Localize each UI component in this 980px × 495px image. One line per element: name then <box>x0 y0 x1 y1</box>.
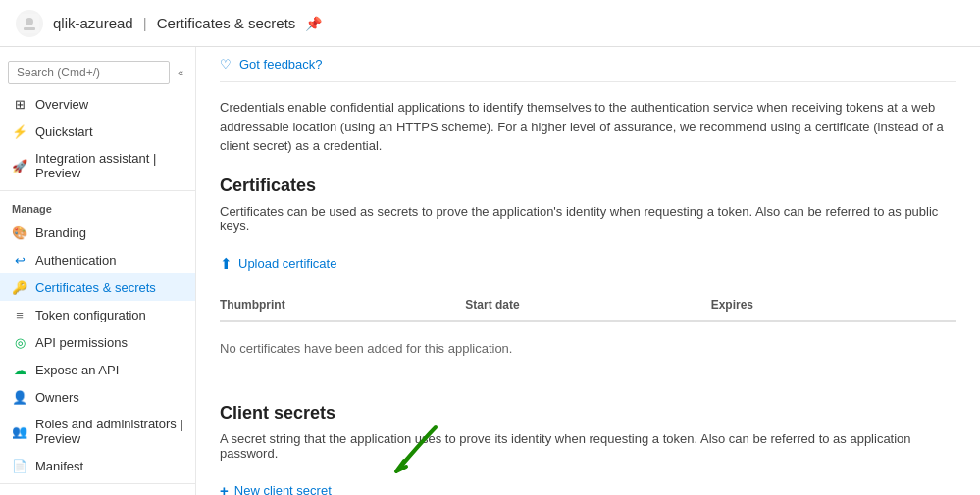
auth-icon: ↩ <box>12 252 27 268</box>
client-secrets-title: Client secrets <box>220 403 956 423</box>
manifest-icon: 📄 <box>12 458 27 473</box>
sidebar-item-api-permissions[interactable]: ◎ API permissions <box>0 328 195 356</box>
upload-icon: ⬆ <box>220 255 232 272</box>
grid-icon: ⊞ <box>12 96 27 112</box>
expose-icon: ☁ <box>12 362 27 377</box>
manage-divider <box>0 190 195 191</box>
sidebar-item-overview[interactable]: ⊞ Overview <box>0 90 195 118</box>
branding-icon: 🎨 <box>12 224 27 240</box>
sidebar-item-expose-api[interactable]: ☁ Expose an API <box>0 356 195 383</box>
client-secrets-desc: A secret string that the application use… <box>220 431 956 461</box>
certificates-table-header: Thumbprint Start date Expires <box>220 290 956 322</box>
plus-icon: + <box>220 482 229 496</box>
svg-rect-2 <box>24 27 35 30</box>
upload-certificate-button[interactable]: ⬆ Upload certificate <box>220 249 336 278</box>
main-description: Credentials enable confidential applicat… <box>220 98 956 156</box>
col-expires: Expires <box>711 298 956 312</box>
certificates-section: Certificates Certificates can be used as… <box>220 175 956 371</box>
quickstart-icon: ⚡ <box>12 124 27 139</box>
sidebar-item-token-config[interactable]: ≡ Token configuration <box>0 301 195 328</box>
svg-point-1 <box>26 18 33 25</box>
col-thumbprint: Thumbprint <box>220 298 465 312</box>
sidebar: « ⊞ Overview ⚡ Quickstart 🚀 Integration … <box>0 47 196 495</box>
app-logo <box>16 10 43 37</box>
header-app-name: qlik-azuread | Certificates & secrets <box>53 15 295 31</box>
search-input[interactable] <box>8 61 170 84</box>
feedback-heart-icon: ♡ <box>220 57 232 72</box>
main-content: ♡ Got feedback? Credentials enable confi… <box>196 47 980 495</box>
support-section-label: Support + Troubleshooting <box>0 488 195 495</box>
col-start-date: Start date <box>465 298 710 312</box>
sidebar-item-manifest[interactable]: 📄 Manifest <box>0 452 195 479</box>
feedback-text[interactable]: Got feedback? <box>239 57 323 72</box>
collapse-btn[interactable]: « <box>174 65 187 80</box>
rocket-icon: 🚀 <box>12 158 27 173</box>
client-secrets-section: Client secrets A secret string that the … <box>220 403 956 496</box>
api-icon: ◎ <box>12 334 27 350</box>
sidebar-item-roles[interactable]: 👥 Roles and administrators | Preview <box>0 411 195 452</box>
main-layout: « ⊞ Overview ⚡ Quickstart 🚀 Integration … <box>0 47 980 495</box>
search-row: « <box>0 55 195 90</box>
feedback-bar: ♡ Got feedback? <box>220 47 956 82</box>
header: qlik-azuread | Certificates & secrets 📌 <box>0 0 980 47</box>
support-divider <box>0 483 195 484</box>
key-icon: 🔑 <box>12 279 27 295</box>
pin-icon[interactable]: 📌 <box>305 16 322 31</box>
certificates-title: Certificates <box>220 175 956 196</box>
sidebar-item-certificates[interactable]: 🔑 Certificates & secrets <box>0 273 195 301</box>
manage-section-label: Manage <box>0 195 195 219</box>
certificates-desc: Certificates can be used as secrets to p… <box>220 204 956 233</box>
sidebar-item-quickstart[interactable]: ⚡ Quickstart <box>0 118 195 145</box>
owners-icon: 👤 <box>12 389 27 405</box>
sidebar-item-integration-assistant[interactable]: 🚀 Integration assistant | Preview <box>0 145 195 186</box>
sidebar-item-owners[interactable]: 👤 Owners <box>0 383 195 411</box>
certificates-empty-msg: No certificates have been added for this… <box>220 325 956 371</box>
sidebar-item-branding[interactable]: 🎨 Branding <box>0 219 195 246</box>
new-client-secret-button[interactable]: + New client secret <box>220 476 332 496</box>
sidebar-item-authentication[interactable]: ↩ Authentication <box>0 246 195 273</box>
token-icon: ≡ <box>12 307 27 322</box>
roles-icon: 👥 <box>12 423 27 439</box>
